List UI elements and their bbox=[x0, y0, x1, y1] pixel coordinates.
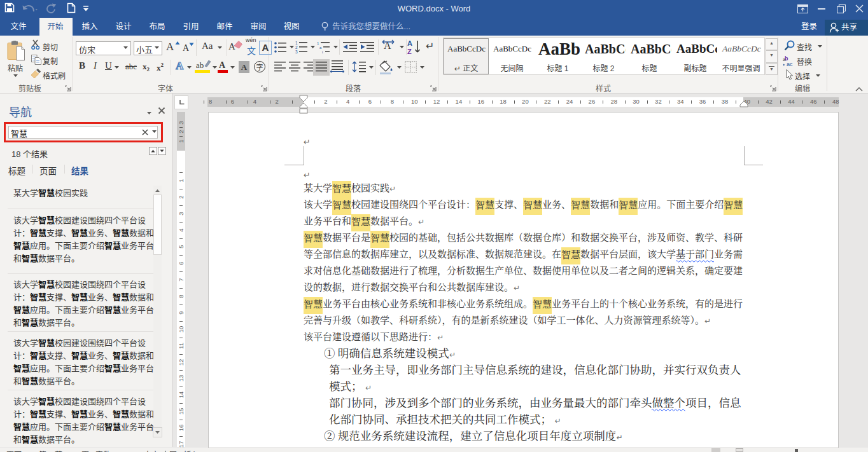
svg-text:i: i bbox=[322, 50, 323, 53]
svg-text:1: 1 bbox=[295, 41, 298, 45]
svg-text:A: A bbox=[407, 39, 412, 47]
svg-text:Z: Z bbox=[407, 48, 412, 55]
svg-text:a: a bbox=[783, 57, 786, 62]
svg-text:1: 1 bbox=[317, 41, 319, 45]
svg-text:3: 3 bbox=[295, 50, 298, 53]
svg-text:2: 2 bbox=[295, 45, 298, 50]
svg-text:a: a bbox=[319, 46, 322, 50]
svg-text:ac: ac bbox=[787, 61, 793, 67]
